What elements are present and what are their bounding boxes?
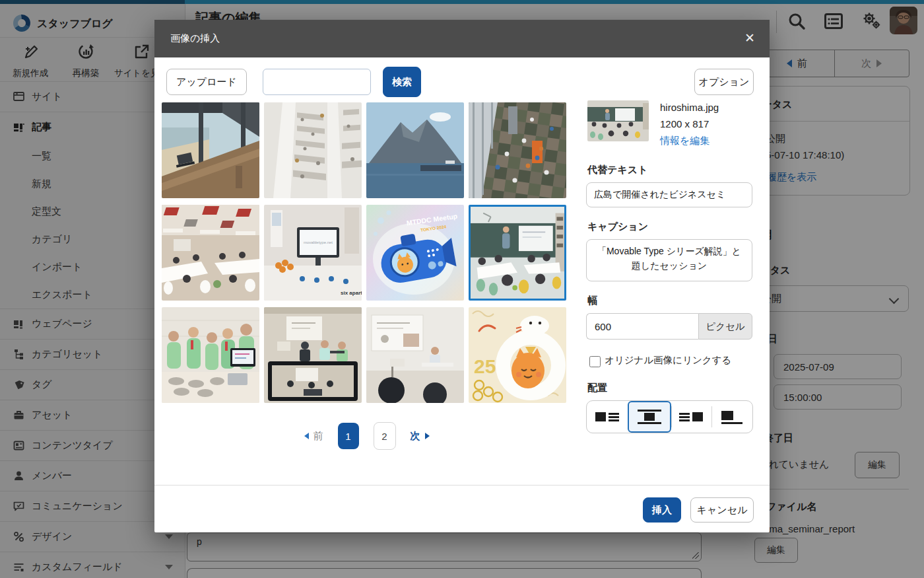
upload-label: アップロード <box>176 76 237 89</box>
pagination-next[interactable]: 次 <box>411 430 430 443</box>
upload-button[interactable]: アップロード <box>166 69 247 95</box>
asset-dimensions: 1200 x 817 <box>660 118 709 129</box>
thumbnail-seminar-room-red-ceiling[interactable] <box>162 205 259 301</box>
booth-screen-text: movabletype.net <box>304 240 333 244</box>
insert-label: 挿入 <box>652 504 672 517</box>
asset-filename: hiroshima.jpg <box>660 102 719 113</box>
options-label: オプション <box>699 76 750 89</box>
thumbnail-booth-monitor[interactable]: movabletype.net six apart <box>264 205 362 301</box>
pagination: 前 1 2 次 <box>162 421 572 451</box>
thumbnail-image: movabletype.net six apart <box>264 205 362 301</box>
align-right-icon <box>679 409 703 425</box>
preview-image <box>587 100 649 141</box>
insert-image-modal: 画像の挿入 ✕ アップロード 検索 オプション <box>154 20 770 532</box>
alignment-group <box>586 400 753 433</box>
pagination-page-2[interactable]: 2 <box>374 422 396 450</box>
options-button[interactable]: オプション <box>694 69 754 95</box>
align-left-button[interactable] <box>587 401 628 433</box>
thumbnail-beach-workspace[interactable] <box>162 102 259 198</box>
thumbnail-classroom-presentation[interactable] <box>469 205 566 301</box>
alt-text-input[interactable] <box>586 182 752 207</box>
align-none-button[interactable] <box>711 401 752 433</box>
thumbnail-mtddc-meetup-sticker[interactable]: MTDDC Meetup TOKYO 2024 <box>366 205 464 301</box>
width-input[interactable] <box>586 313 698 340</box>
thumbnail-image <box>264 102 362 198</box>
search-button[interactable]: 検索 <box>383 67 421 97</box>
prev-arrow-icon <box>304 433 309 439</box>
align-center-button[interactable] <box>628 401 671 433</box>
cancel-button[interactable]: キャンセル <box>690 497 754 523</box>
close-icon[interactable]: ✕ <box>744 30 755 45</box>
caption-label: キャプション <box>587 221 648 233</box>
align-right-button[interactable] <box>671 401 712 433</box>
modal-title: 画像の挿入 <box>170 32 220 45</box>
align-none-icon <box>720 409 744 425</box>
insert-button[interactable]: 挿入 <box>643 497 681 523</box>
thumbnail-open-office-overhead[interactable] <box>264 102 362 198</box>
edit-info-link[interactable]: 情報を編集 <box>660 135 710 147</box>
modal-header: 画像の挿入 ✕ <box>154 20 770 57</box>
pagination-next-label: 次 <box>411 430 420 443</box>
caption-textarea[interactable]: 「Movable Type シリーズ解説」と題したセッション <box>586 239 752 281</box>
thumbnail-image <box>264 307 362 403</box>
thumbnail-sakurajima-volcano[interactable] <box>366 102 464 198</box>
alignment-label: 配置 <box>587 382 607 394</box>
pagination-prev[interactable]: 前 <box>304 430 323 443</box>
thumbnail-image <box>366 307 464 403</box>
width-label: 幅 <box>587 295 597 307</box>
thumbnail-image: 25 <box>469 307 566 403</box>
thumbnail-image <box>162 102 259 198</box>
pagination-prev-label: 前 <box>314 430 323 443</box>
link-original-label[interactable]: オリジナル画像にリンクする <box>605 354 731 367</box>
align-center-icon <box>638 409 661 425</box>
width-unit-addon: ピクセル <box>698 313 752 340</box>
asset-search-input[interactable] <box>263 69 371 95</box>
align-left-icon <box>595 409 619 425</box>
modal-footer: 挿入 キャンセル <box>154 485 770 533</box>
screen: 記事の編集 前 次 <box>0 0 924 578</box>
cancel-label: キャンセル <box>697 504 748 517</box>
selected-asset-preview <box>587 100 649 141</box>
pagination-page-1[interactable]: 1 <box>338 423 359 449</box>
thumbnail-image <box>366 102 464 198</box>
page-number: 1 <box>345 431 350 442</box>
thumbnail-event-hall-atrium[interactable] <box>469 102 566 198</box>
alt-text-label: 代替テキスト <box>587 164 647 176</box>
thumbnail-image <box>162 205 259 301</box>
link-original-checkbox[interactable] <box>589 356 601 367</box>
sticker-year-text: 25 <box>474 355 496 377</box>
thumbnail-image: MTDDC Meetup TOKYO 2024 <box>366 205 464 301</box>
page-number: 2 <box>381 431 387 442</box>
thumbnail-meeting-projector[interactable] <box>366 307 464 403</box>
thumbnail-image <box>469 102 566 198</box>
booth-table-text: six apart <box>341 290 362 296</box>
search-label: 検索 <box>392 76 412 89</box>
thumbnail-image <box>471 207 564 299</box>
thumbnail-team-green-shirts[interactable] <box>162 307 259 403</box>
thumbnail-new-year-snake-cat[interactable]: 25 <box>469 307 566 403</box>
next-arrow-icon <box>425 433 430 439</box>
asset-grid: movabletype.net six apart <box>162 102 572 403</box>
thumbnail-livestream-monitor[interactable] <box>264 307 362 403</box>
thumbnail-image <box>162 307 259 403</box>
